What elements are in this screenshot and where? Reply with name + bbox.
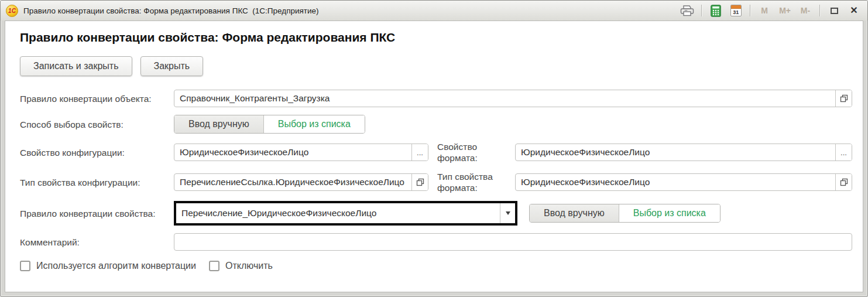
property-rule-toggle: Ввод вручную Выбор из списка	[529, 204, 721, 223]
calculator-button[interactable]	[708, 3, 723, 18]
format-property-type-field	[515, 173, 852, 191]
config-property-field: ...	[174, 144, 428, 161]
property-rule-dropdown-button[interactable]	[500, 203, 515, 223]
disable-checkbox[interactable]	[209, 261, 219, 271]
comment-label: Комментарий:	[20, 237, 174, 248]
disable-checkbox-label: Отключить	[225, 261, 273, 271]
app-window: 1С Правило конвертации свойства: Форма р…	[0, 0, 868, 297]
row-property-rule: Правило конвертации свойства: Ввод вручн…	[20, 201, 852, 226]
memory-plus-button[interactable]: M+	[777, 3, 793, 18]
row-property: Свойство конфигурации: ... Свойство форм…	[20, 141, 852, 163]
algorithm-checkbox-label: Используется алгоритм конвертации	[36, 261, 196, 271]
property-rule-input[interactable]	[176, 203, 500, 223]
selection-method-label: Способ выбора свойств:	[20, 119, 174, 130]
close-button[interactable]: ✕	[846, 3, 862, 18]
config-property-label: Свойство конфигурации:	[20, 147, 174, 158]
object-rule-field	[174, 90, 852, 107]
titlebar: 1С Правило конвертации свойства: Форма р…	[1, 1, 867, 21]
page-title: Правило конвертации свойства: Форма реда…	[20, 30, 852, 45]
config-property-type-field	[174, 173, 428, 191]
config-property-input[interactable]	[174, 144, 411, 161]
selection-method-toggle: Ввод вручную Выбор из списка	[174, 115, 365, 134]
titlebar-separator	[701, 5, 702, 16]
printer-icon	[680, 5, 694, 16]
save-and-close-button[interactable]: Записать и закрыть	[20, 56, 132, 76]
row-checkboxes: Используется алгоритм конвертации Отключ…	[20, 261, 852, 271]
calendar-day-number: 31	[731, 9, 741, 16]
format-property-label: Свойство формата:	[437, 141, 515, 163]
comment-input[interactable]	[174, 234, 852, 250]
format-property-choose-button[interactable]: ...	[835, 144, 852, 161]
titlebar-controls: 31 M M+ M- ✕	[680, 3, 862, 18]
open-icon	[416, 178, 424, 186]
config-property-type-label: Тип свойства конфигурации:	[20, 177, 174, 188]
form-area: Правило конвертации свойства: Форма реда…	[5, 21, 863, 292]
manual-input-segment[interactable]: Ввод вручную	[174, 115, 264, 133]
object-rule-open-button[interactable]	[835, 90, 852, 107]
row-selection-method: Способ выбора свойств: Ввод вручную Выбо…	[20, 115, 852, 134]
print-button[interactable]	[680, 3, 695, 18]
open-icon	[840, 178, 848, 186]
format-property-input[interactable]	[516, 144, 835, 161]
format-property-type-input[interactable]	[516, 174, 835, 190]
memory-minus-button[interactable]: M-	[798, 3, 813, 18]
format-property-type-open-button[interactable]	[835, 174, 852, 190]
property-select-from-list-segment[interactable]: Выбор из списка	[619, 204, 720, 222]
format-property-type-label: Тип свойства формата:	[437, 171, 515, 193]
config-property-type-input[interactable]	[174, 174, 411, 190]
open-icon	[840, 94, 848, 103]
calendar-button[interactable]: 31	[728, 3, 743, 18]
close-icon: ✕	[850, 6, 857, 15]
maximize-icon	[831, 8, 838, 14]
window-title: Правило конвертации свойства: Форма реда…	[23, 6, 319, 15]
close-form-button[interactable]: Закрыть	[140, 56, 204, 76]
config-property-choose-button[interactable]: ...	[411, 144, 428, 161]
algorithm-checkbox[interactable]	[20, 261, 30, 271]
titlebar-separator	[819, 5, 820, 16]
titlebar-separator	[750, 5, 750, 16]
property-manual-input-segment[interactable]: Ввод вручную	[530, 204, 619, 222]
titlebar-left: 1С Правило конвертации свойства: Форма р…	[6, 5, 319, 17]
toolbar: Записать и закрыть Закрыть	[20, 56, 852, 76]
row-comment: Комментарий:	[20, 233, 852, 251]
calculator-icon	[711, 5, 721, 17]
object-rule-input[interactable]	[174, 90, 835, 107]
comment-field	[174, 233, 852, 251]
row-property-type: Тип свойства конфигурации: Тип свойства …	[20, 171, 852, 193]
select-from-list-segment[interactable]: Выбор из списка	[264, 115, 365, 133]
calendar-icon: 31	[730, 5, 742, 16]
property-rule-combobox	[174, 201, 517, 226]
object-rule-label: Правило конвертации объекта:	[20, 93, 174, 104]
maximize-button[interactable]	[826, 3, 842, 18]
1c-logo-icon: 1С	[6, 5, 18, 17]
row-object-rule: Правило конвертации объекта:	[20, 90, 852, 107]
config-property-type-open-button[interactable]	[411, 174, 428, 190]
format-property-field: ...	[515, 144, 852, 161]
chevron-down-icon	[506, 211, 510, 215]
memory-recall-button[interactable]: M	[757, 3, 772, 18]
property-rule-label: Правило конвертации свойства:	[20, 208, 174, 219]
